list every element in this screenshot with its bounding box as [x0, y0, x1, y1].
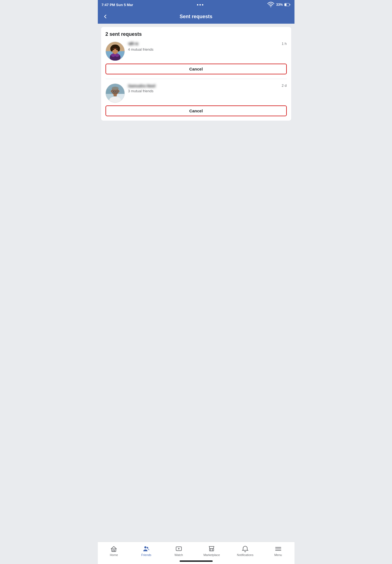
dot-1	[197, 4, 198, 6]
svg-point-29	[113, 91, 114, 92]
svg-point-15	[111, 54, 115, 57]
svg-point-16	[115, 54, 119, 57]
watch-label: Watch	[174, 553, 183, 557]
nav-item-friends[interactable]: Friends	[135, 544, 157, 558]
dot-2	[199, 4, 201, 6]
back-button[interactable]	[102, 13, 108, 20]
nav-item-watch[interactable]: Watch	[168, 544, 190, 558]
marketplace-icon	[208, 545, 215, 552]
page-header: Sent requests	[98, 9, 294, 24]
nav-item-home[interactable]: Home	[103, 544, 125, 558]
svg-rect-2	[285, 4, 286, 6]
home-bar	[98, 559, 294, 564]
requests-count: 2 sent requests	[106, 31, 287, 37]
cancel-button-1[interactable]: Cancel	[106, 64, 287, 74]
svg-point-23	[112, 87, 118, 90]
avatar-1	[106, 42, 125, 61]
request-time-2: 2 d	[282, 83, 286, 88]
notifications-label: Notifications	[237, 553, 253, 557]
marketplace-label: Marketplace	[203, 553, 220, 557]
svg-point-11	[117, 46, 120, 51]
svg-point-10	[110, 46, 113, 51]
svg-rect-32	[113, 550, 115, 551]
home-indicator	[180, 560, 213, 562]
cancel-button-2[interactable]: Cancel	[106, 105, 287, 116]
svg-point-34	[147, 547, 148, 548]
request-mutual-2: 3 mutual friends	[128, 89, 282, 93]
svg-point-30	[116, 91, 117, 92]
nav-item-notifications[interactable]: Notifications	[234, 544, 257, 558]
status-right: 33%	[267, 1, 290, 8]
svg-rect-37	[210, 549, 214, 551]
svg-point-0	[271, 6, 271, 7]
bottom-nav: Home Friends Watch Marketplace	[98, 542, 294, 559]
menu-icon	[275, 545, 282, 552]
request-item-1: অলি সা 4 mutual friends 1 h Cancel	[106, 42, 287, 79]
request-details-1: অলি সা 4 mutual friends	[128, 42, 282, 51]
request-info-row-2: Samudra Neel 3 mutual friends 2 d	[106, 83, 287, 103]
wifi-icon	[267, 1, 274, 8]
nav-item-menu[interactable]: Menu	[267, 544, 289, 558]
request-details-2: Samudra Neel 3 mutual friends	[128, 83, 282, 93]
notifications-icon	[242, 545, 249, 552]
svg-rect-3	[290, 4, 290, 6]
avatar-2	[106, 83, 125, 103]
page-title: Sent requests	[180, 14, 212, 20]
request-mutual-1: 4 mutual friends	[128, 47, 282, 51]
request-info-row-1: অলি সা 4 mutual friends 1 h	[106, 42, 287, 61]
menu-label: Menu	[274, 553, 282, 557]
request-item-2: Samudra Neel 3 mutual friends 2 d Cancel	[106, 83, 287, 116]
home-icon	[110, 545, 117, 552]
status-center-dots	[197, 4, 203, 6]
friends-icon	[143, 545, 150, 552]
request-name-1: অলি সা	[128, 42, 282, 47]
battery-icon	[284, 3, 290, 6]
svg-point-13	[116, 49, 117, 50]
main-content: 2 sent requests	[98, 24, 294, 542]
svg-point-14	[115, 48, 115, 48]
svg-point-12	[113, 49, 114, 50]
watch-icon	[175, 545, 182, 552]
friends-label: Friends	[141, 553, 152, 557]
request-time-1: 1 h	[282, 42, 286, 46]
dot-3	[202, 4, 203, 6]
status-time-date: 7:47 PM Sun 5 Mar	[102, 3, 133, 7]
nav-item-marketplace[interactable]: Marketplace	[200, 544, 223, 558]
svg-point-33	[144, 546, 147, 549]
status-bar: 7:47 PM Sun 5 Mar 33%	[98, 0, 294, 9]
home-label: Home	[110, 553, 118, 557]
svg-marker-36	[178, 548, 180, 549]
requests-card: 2 sent requests	[101, 27, 291, 121]
battery-percent: 33%	[276, 3, 283, 7]
request-name-2: Samudra Neel	[128, 83, 282, 88]
